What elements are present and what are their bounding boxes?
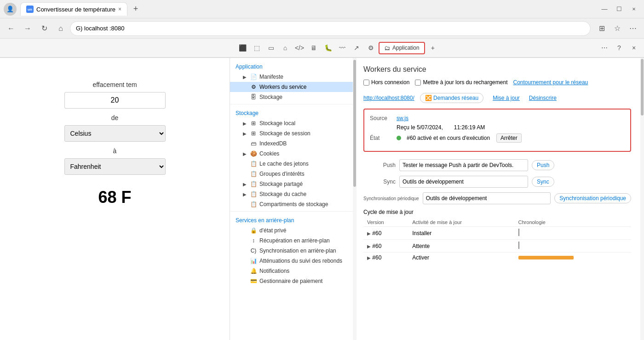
sidebar-item-cookies[interactable]: ▶ 🍪 Cookies	[230, 149, 354, 159]
sw-entry-row: http://localhost:8080/ 🔀 Demandes réseau…	[363, 93, 631, 103]
de-label: de	[111, 114, 119, 121]
window-controls: — ☐ ×	[598, 3, 640, 16]
arrow-icon: ▶	[243, 121, 247, 126]
contournement-link[interactable]: Contournement pour le réseau	[513, 79, 588, 86]
dt-sources-icon[interactable]: ▭	[264, 41, 277, 54]
source-file[interactable]: sw.js	[397, 115, 408, 121]
minimize-button[interactable]: —	[598, 3, 611, 16]
sidebar-item-gestionnaire[interactable]: 💳 Gestionnaire de paiement	[230, 276, 354, 286]
table2-icon: ⊞	[250, 130, 257, 137]
dt-close-devtools-button[interactable]: ×	[627, 41, 640, 54]
active-tab[interactable]: un Convertisseur de température ×	[20, 2, 127, 16]
row-arrow[interactable]: ▶	[367, 255, 371, 260]
payment-icon: 💳	[250, 278, 257, 284]
sidebar-item-groupes[interactable]: 📋 Groupes d'intérêts	[230, 169, 354, 179]
cache-jetons-label: Le cache des jetons	[259, 161, 309, 167]
maximize-button[interactable]: ☐	[613, 3, 626, 16]
main-panel: Workers du service Hors connexion Mettre…	[354, 58, 640, 340]
sidebar-item-stockage-local[interactable]: ▶ ⊞ Stockage local	[230, 118, 354, 128]
dt-arrow-icon[interactable]: ↗	[350, 41, 363, 54]
forward-button[interactable]: →	[20, 21, 35, 36]
sidebar-item-compartiments[interactable]: 📋 Compartiments de stockage	[230, 199, 354, 209]
dt-home-icon[interactable]: ⌂	[279, 41, 292, 54]
sidebar-item-stockage-session[interactable]: ▶ ⊞ Stockage de session	[230, 128, 354, 138]
sync-row: Sync Sync	[363, 176, 631, 188]
from-select[interactable]: Celsius Fahrenheit Kelvin	[64, 125, 166, 142]
menu-button[interactable]: ⋯	[626, 21, 640, 36]
divider2	[230, 211, 354, 212]
sidebar-item-attenuations[interactable]: 📊 Atténuations du suivi des rebonds	[230, 256, 354, 266]
sidebar-item-manifeste[interactable]: ▶ 📄 Manifeste	[230, 72, 354, 82]
sidebar-item-indexeddb[interactable]: 🗃 IndexedDB	[230, 138, 354, 149]
right-scrollbar[interactable]	[640, 58, 644, 340]
arrow-icon: ▶	[243, 192, 247, 197]
tab-close-button[interactable]: ×	[118, 6, 121, 12]
row-arrow[interactable]: ▶	[367, 244, 371, 249]
grid-view-button[interactable]: ⊞	[594, 21, 609, 36]
dt-settings-icon[interactable]: ⚙	[364, 41, 377, 54]
sidebar-item-stockage-tree[interactable]: 🗄 Stockage	[230, 92, 354, 102]
sidebar-item-workers[interactable]: ⚙ Workers du service	[230, 82, 354, 92]
table-icon: ⊞	[250, 120, 257, 127]
hors-connexion-checkbox[interactable]: Hors connexion	[363, 79, 409, 86]
sidebar-scrollbar[interactable]	[353, 58, 356, 340]
dt-screen-icon[interactable]: 🖥	[307, 41, 320, 54]
mettre-a-jour-input[interactable]	[415, 80, 421, 86]
etat-prive-label: d'état privé	[259, 227, 286, 234]
new-tab-button[interactable]: +	[129, 3, 142, 16]
temperature-input[interactable]	[64, 92, 166, 109]
close-button[interactable]: ×	[627, 3, 640, 16]
push-input[interactable]	[399, 159, 528, 171]
sidebar-item-synchronisation[interactable]: C) Synchronisation en arrière-plan	[230, 246, 354, 256]
sync-input[interactable]	[399, 176, 528, 188]
demandes-reseau-button[interactable]: 🔀 Demandes réseau	[420, 93, 483, 103]
sidebar-item-cache-jetons[interactable]: 📋 Le cache des jetons	[230, 159, 354, 169]
sidebar-item-recuperation[interactable]: ↕ Récupération en arrière-plan	[230, 236, 354, 246]
cell-version: ▶ #60	[363, 227, 408, 240]
to-select[interactable]: Fahrenheit Celsius Kelvin	[64, 158, 166, 175]
dt-more-button[interactable]: ⋯	[598, 41, 611, 54]
home-button[interactable]: ⌂	[53, 21, 68, 36]
row-arrow[interactable]: ▶	[367, 231, 371, 236]
dt-application-tab[interactable]: 🗂 Application	[379, 42, 425, 54]
dt-wireless-icon[interactable]: 〰	[336, 41, 349, 54]
sidebar-scroll-thumb	[353, 60, 356, 187]
desinscrire-link[interactable]: Désinscrire	[529, 95, 557, 101]
back-button[interactable]: ←	[4, 21, 18, 36]
db-icon: 🗃	[250, 140, 257, 147]
synchro-input[interactable]	[423, 192, 551, 204]
sidebar-item-notifications[interactable]: 🔔 Notifications	[230, 266, 354, 276]
sidebar-item-etat-prive[interactable]: 🔒 d'état privé	[230, 225, 354, 236]
arreter-button[interactable]: Arrêter	[496, 133, 522, 143]
cookies-label: Cookies	[259, 150, 279, 157]
synchro-button[interactable]: Synchronisation périodique	[554, 193, 631, 203]
manifeste-icon: 📄	[250, 74, 257, 80]
devtools-right-controls: ⋯ ? ×	[598, 41, 640, 54]
refresh-button[interactable]: ↻	[37, 21, 52, 36]
gestionnaire-label: Gestionnaire de paiement	[259, 278, 322, 284]
sidebar-item-stockage-partage[interactable]: ▶ 📋 Stockage partagé	[230, 179, 354, 189]
sidebar-item-stockage-cache[interactable]: ▶ 📋 Stockage du cache	[230, 189, 354, 199]
dt-console-icon[interactable]: ⬚	[250, 41, 263, 54]
stockage-cache-label: Stockage du cache	[259, 191, 306, 197]
dt-help-button[interactable]: ?	[613, 41, 626, 54]
arrow-icon: ▶	[243, 182, 247, 187]
panel-title: Workers du service	[363, 65, 631, 74]
to-select-container: Fahrenheit Celsius Kelvin	[64, 158, 166, 175]
cache-icon: 📋	[250, 161, 257, 167]
dt-debug-icon[interactable]: 🐛	[322, 41, 334, 54]
dt-add-tab-button[interactable]: +	[426, 41, 439, 54]
stockage-item-label: Stockage	[259, 94, 282, 100]
dt-code-icon[interactable]: </>	[293, 41, 306, 54]
dt-elements-icon[interactable]: ⬛	[236, 41, 249, 54]
push-button[interactable]: Push	[532, 160, 554, 170]
hors-connexion-input[interactable]	[363, 80, 369, 86]
sync-button[interactable]: Sync	[532, 177, 554, 187]
address-bar[interactable]: G) localhost :8080	[70, 21, 591, 36]
mise-a-jour-link[interactable]: Mise à jour	[493, 95, 520, 101]
bookmark-button[interactable]: ☆	[610, 21, 625, 36]
address-text: G) localhost :8080	[76, 25, 125, 32]
tab-title: Convertisseur de température	[36, 6, 115, 13]
mettre-a-jour-checkbox[interactable]: Mettre à jour lors du rechargement	[415, 79, 507, 86]
sw-url[interactable]: http://localhost:8080/	[363, 95, 414, 101]
